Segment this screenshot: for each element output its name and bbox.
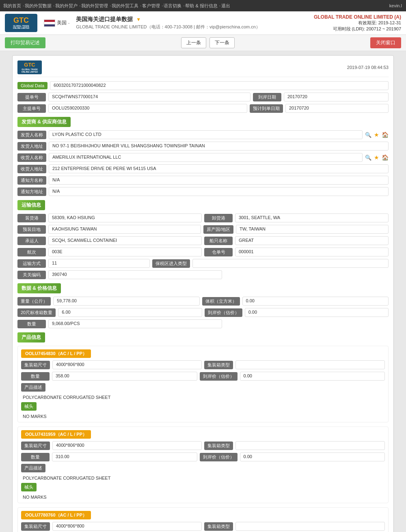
notify-name-label: 通知方名称 — [17, 176, 46, 185]
country-value: TW, TAIWAN — [236, 225, 389, 234]
global-data-value: 600320170721000040822 — [50, 81, 389, 90]
customs-label: 关关编码 — [17, 271, 46, 279]
prod1-size-type-row: 集装箱尺寸 4000*806*800 集装箱类型 — [21, 360, 385, 369]
prod2-desc-label: 产品描述 — [21, 464, 45, 472]
bill-date-row: 提单号 SCQHTWNS77000174 到岸日期 20170720 — [17, 93, 389, 101]
container-label: 20尺标准箱数量 — [17, 308, 56, 317]
search-icon-2[interactable]: 🔍 — [365, 155, 371, 161]
nav-language[interactable]: 语言切换 — [164, 3, 181, 9]
prod2-type-label: 集装箱类型 — [204, 442, 233, 450]
flag-area: 美国 · — [44, 19, 71, 27]
voyage-label: 航次 — [17, 248, 46, 256]
prod1-type-label: 集装箱类型 — [204, 361, 233, 369]
shipper-section: 发货商 & 供应商信息 发货人名称 LYON PLASTIC CO LTD 🔍 … — [17, 117, 389, 196]
validity-date: 有效期至: 2019-12-31 — [314, 20, 401, 26]
product-item-3: OOLU7780760（AC / L / PP） 集装箱尺寸 4000*806*… — [17, 507, 389, 532]
est-date-value: 20170720 — [285, 104, 389, 113]
prod1-qty-value: 358.00 — [52, 372, 197, 381]
bill-num-label: 仓单号 — [204, 248, 233, 256]
date-value: 20170720 — [284, 93, 389, 101]
global-data-row: Global Data 600320170721000040822 — [17, 81, 389, 90]
card-logo-box: GTC GLOBAL TRADEONLINE LIMITED — [17, 60, 42, 74]
prod2-price-label: 到岸价（估价） — [200, 453, 238, 461]
home-icon-2[interactable]: 🏠 — [382, 154, 389, 161]
dest-value: KAOHSIUNG TAIWAN — [48, 225, 201, 234]
card-header: GTC GLOBAL TRADEONLINE LIMITED 2019-07-1… — [17, 60, 389, 77]
container-id-2: OOLU7431959（AC / L / PP） — [21, 430, 91, 439]
nav-management[interactable]: 我的外贸管理 — [81, 3, 108, 9]
prod1-qty-price-row: 数量 358.00 到岸价（估价） 0.00 — [21, 372, 385, 381]
container-id-3: OOLU7780760（AC / L / PP） — [21, 511, 91, 519]
container-price-row: 20尺标准箱数量 6.00 到岸价（估价） 0.00 — [17, 308, 389, 317]
top-toolbar: 打印贸易记述 上一条 下一条 关闭窗口 — [0, 35, 406, 51]
voyage-bill-row: 航次 003E 仓单号 000001 — [17, 248, 389, 256]
bill-no-label: 提单号 — [17, 93, 46, 101]
unit-price-label: 到岸价（估价） — [205, 308, 242, 317]
page-title: 美国海关进口提单数据 ▼ — [76, 16, 314, 23]
next-button-top[interactable]: 下一条 — [209, 37, 235, 48]
customs-value: 390740 — [48, 270, 222, 279]
prod2-marks-value: NO MARKS — [21, 495, 385, 500]
logo-text: GTC GLOBAL TRADEONLINE LIMITED — [13, 16, 29, 30]
forwarder-vessel-row: 承运人 SCQH, SCANWELL CONTAINEI 船只名称 GREAT — [17, 236, 389, 245]
close-button-top[interactable]: 关闭窗口 — [370, 37, 401, 48]
discharge-port-label: 卸货港 — [204, 214, 233, 222]
date-label: 到岸日期 — [253, 93, 281, 101]
nav-tools[interactable]: 我的外贸工具 — [112, 3, 138, 9]
bill-no-value: SCQHTWNS77000174 — [48, 93, 251, 101]
notify-name-value: N/A — [49, 176, 389, 185]
dest-label: 预装目地 — [17, 225, 46, 234]
transport-ftz-row: 运输方式 11 保税区进入类型 — [17, 259, 389, 268]
star-icon[interactable]: ★ — [374, 131, 379, 138]
load-port-value: 58309, KAO HSIUNG — [48, 213, 202, 222]
shipper-name-value: LYON PLASTIC CO LTD — [49, 130, 363, 139]
quantity-value: 9,068.00/PCS — [48, 319, 222, 328]
ftz-value — [192, 259, 389, 268]
prod1-qty-label: 数量 — [21, 372, 50, 381]
dest-country-row: 预装目地 KAOHSIUNG TAIWAN 原产国/地区 TW, TAIWAN — [17, 225, 389, 234]
consignee-name-value: AMERILUX INTERNATIONAL LLC — [49, 153, 363, 162]
prod2-size-label: 集装箱尺寸 — [21, 442, 50, 450]
prod2-marks-label: 械头 — [21, 483, 37, 491]
notify-addr-label: 通知方地址 — [17, 187, 46, 196]
search-icon[interactable]: 🔍 — [365, 132, 371, 138]
us-flag-icon — [44, 19, 55, 27]
print-button-top[interactable]: 打印贸易记述 — [5, 37, 45, 48]
voyage-value: 003E — [48, 248, 202, 256]
master-bill-value: OOLU2590200330 — [48, 104, 247, 113]
product-item-1: OOLU7454830（AC / L / PP） 集装箱尺寸 4000*806*… — [17, 346, 389, 422]
main-card: GTC GLOBAL TRADEONLINE LIMITED 2019-07-1… — [12, 55, 394, 532]
nav-help[interactable]: 帮助 & 报行信息 — [185, 3, 217, 9]
prod2-size-type-row: 集装箱尺寸 4000*806*800 集装箱类型 — [21, 441, 385, 450]
prod1-marks-label: 械头 — [21, 402, 37, 411]
unit-price-value: 0.00 — [245, 308, 389, 317]
page-header: GTC GLOBAL TRADEONLINE LIMITED 美国 · 美国海关… — [0, 11, 406, 35]
username: kevin.l — [389, 3, 402, 8]
nav-data[interactable]: 我的外贸数据 — [25, 3, 52, 9]
nav-home[interactable]: 我的首页 — [3, 3, 21, 9]
forwarder-label: 承运人 — [17, 237, 46, 245]
data-section: 数据 & 价格信息 重量（公斤） 59,778.00 体积（立方米） 0.00 … — [17, 283, 389, 328]
prod3-size-type-row: 集装箱尺寸 4000*806*800 集装箱类型 — [21, 522, 385, 531]
notify-addr-row: 通知方地址 N/A — [17, 187, 389, 196]
prod2-price-value: 0.00 — [240, 452, 385, 461]
quantity-row: 数量 9,068.00/PCS — [17, 319, 389, 328]
prod3-type-value — [235, 522, 385, 531]
prev-button-top[interactable]: 上一条 — [181, 37, 206, 48]
prod2-size-value: 4000*806*800 — [52, 441, 202, 450]
nav-crm[interactable]: 客户管理 — [142, 3, 160, 9]
nav-account[interactable]: 我的外贸户 — [55, 3, 78, 9]
volume-label: 体积（立方米） — [202, 297, 240, 306]
prod2-type-value — [235, 441, 385, 450]
shipper-addr-row: 发货人地址 NO 97-1 BEISHIHJHOU MINHER VILL SH… — [17, 142, 389, 151]
star-icon-2[interactable]: ★ — [374, 154, 379, 161]
home-icon[interactable]: 🏠 — [382, 131, 389, 138]
prod3-size-label: 集装箱尺寸 — [21, 522, 50, 531]
vessel-label: 船只名称 — [204, 237, 233, 245]
weight-volume-row: 重量（公斤） 59,778.00 体积（立方米） 0.00 — [17, 297, 389, 306]
gtc-text: GTC — [13, 16, 29, 25]
product-item-2: OOLU7431959（AC / L / PP） 集装箱尺寸 4000*806*… — [17, 426, 389, 503]
nav-logout[interactable]: 退出 — [221, 3, 230, 9]
product-section-title: 产品信息 — [17, 332, 45, 342]
transport-label: 运输方式 — [17, 259, 46, 268]
